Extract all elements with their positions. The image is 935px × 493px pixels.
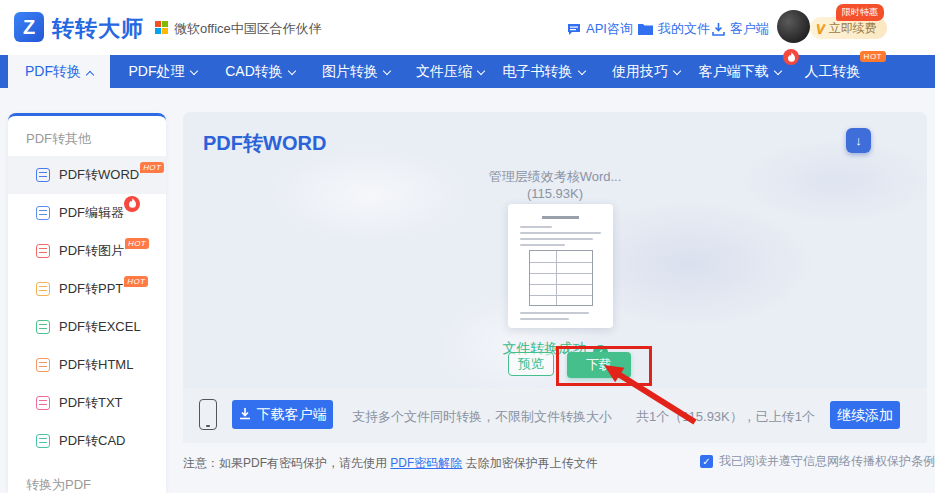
partner-text: 微软office中国区合作伙伴 [174,20,322,38]
html-file-icon [36,358,50,372]
thumbnail-table [529,250,593,306]
password-note: 注意：如果PDF有密码保护，请先使用 PDF密码解除 去除加密保护再上传文件 [183,455,598,472]
sidebar: PDF转其他 PDF转WORD HOT PDF编辑器 PDF转图片 HOT PD… [8,113,166,493]
txt-file-icon [36,396,50,410]
nav-tab-pdf-convert[interactable]: PDF转换 [8,55,110,88]
cad-file-icon [36,434,50,448]
client-label: 客户端 [730,20,769,38]
avatar[interactable] [777,10,810,43]
sidebar-item-label: PDF转图片 [59,242,124,260]
sidebar-item-label: PDF转CAD [59,432,125,450]
sidebar-item-pdf-to-excel[interactable]: PDF转EXCEL [8,308,166,346]
float-download-button[interactable]: ↓ [846,128,871,153]
preview-button[interactable]: 预览 [508,352,554,376]
sidebar-item-pdf-to-html[interactable]: PDF转HTML [8,346,166,384]
api-consult-label: API咨询 [586,20,633,38]
hot-badge: HOT [140,162,164,173]
fire-icon [124,196,140,212]
client-link[interactable]: 客户端 [712,20,769,38]
sidebar-item-pdf-to-word[interactable]: PDF转WORD HOT [8,156,166,194]
sidebar-section-convert-to-pdf: 转换为PDF [8,460,166,493]
chevron-down-icon [477,67,485,75]
nav-tab-pdf-process[interactable]: PDF处理 [120,55,205,88]
editor-icon [36,206,50,220]
my-files-link[interactable]: 我的文件 [638,20,710,38]
hot-badge: HOT [125,238,149,249]
download-icon [239,408,251,421]
sidebar-item-label: PDF编辑器 [59,204,124,222]
upload-count: 共1个（115.93K），已上传1个 [636,408,815,426]
page-title: PDF转WORD [203,130,326,157]
sidebar-item-pdf-to-txt[interactable]: PDF转TXT [8,384,166,422]
sidebar-item-pdf-editor[interactable]: PDF编辑器 [8,194,166,232]
chevron-down-icon [383,67,391,75]
nav-tab-image-convert[interactable]: 图片转换 [310,55,402,88]
chevron-down-icon [773,67,781,75]
app-window: Z 转转大师 微软office中国区合作伙伴 API咨询 我的文件 客户端 V … [0,0,935,493]
agreement-text: 我已阅读并遵守信息网络传播权保护条例 [719,453,935,470]
renew-label: 立即续费 [829,20,877,37]
nav-tab-manual-convert[interactable]: 人工转换 HOT [795,55,870,88]
chevron-down-icon [577,67,585,75]
chevron-up-icon [86,71,94,79]
nav-tab-cad-convert[interactable]: CAD转换 [215,55,305,88]
upload-bar: 下载客户端 支持多个文件同时转换，不限制文件转换大小 共1个（115.93K），… [183,388,927,443]
thumbnail-content [542,216,579,219]
brand-name[interactable]: 转转大师 [52,14,144,44]
nav-tab-label: PDF处理 [129,63,185,79]
phone-icon [199,399,217,430]
converter-panel: PDF转WORD ↓ 管理层绩效考核Word... (115.93K) 文件转换… [183,112,927,388]
brand-logo-icon[interactable]: Z [14,12,44,42]
nav-tab-label: 文件压缩 [416,63,472,79]
sidebar-item-pdf-to-image[interactable]: PDF转图片 HOT [8,232,166,270]
sidebar-item-label: PDF转EXCEL [59,318,141,336]
chat-icon [567,23,581,36]
note-prefix: 注意：如果PDF有密码保护，请先使用 [183,456,390,470]
file-size: (115.93K) [183,186,927,201]
chevron-down-icon [189,67,197,75]
vip-icon: V [816,21,825,36]
sidebar-item-label: PDF转HTML [59,356,133,374]
sidebar-item-pdf-to-cad[interactable]: PDF转CAD [8,422,166,460]
pdf-password-link[interactable]: PDF密码解除 [390,456,462,470]
ppt-file-icon [36,282,50,296]
microsoft-logo-icon [155,21,168,34]
sidebar-item-label: PDF转WORD [59,166,139,184]
nav-tab-label: 电子书转换 [503,63,573,79]
add-more-button[interactable]: 继续添加 [830,401,900,429]
header: Z 转转大师 微软office中国区合作伙伴 API咨询 我的文件 客户端 V … [0,0,935,55]
note-suffix: 去除加密保护再上传文件 [462,456,597,470]
nav-tab-label: PDF转换 [25,63,81,79]
conversion-status: 文件转换成功✓ [183,340,927,360]
nav-tab-label: 客户端下载 [699,63,769,79]
download-client-button[interactable]: 下载客户端 [232,400,333,429]
sidebar-section-pdf-to-other: PDF转其他 [8,116,166,156]
chevron-down-icon [288,67,296,75]
nav-tab-tips[interactable]: 使用技巧 [600,55,692,88]
sidebar-item-label: PDF转TXT [59,394,123,412]
download-button[interactable]: 下载 [567,352,631,378]
converted-file-thumbnail[interactable] [508,204,613,328]
nav-tab-ebook-convert[interactable]: 电子书转换 [495,55,592,88]
excel-file-icon [36,320,50,334]
nav-tab-label: CAD转换 [225,63,283,79]
chevron-down-icon [673,67,681,75]
download-icon: ↓ [855,133,862,148]
nav-tab-label: 使用技巧 [612,63,668,79]
nav-tab-client-download[interactable]: 客户端下载 [692,55,787,88]
image-file-icon [36,244,50,258]
hot-badge: HOT [860,51,886,62]
sidebar-item-label: PDF转PPT [59,280,123,298]
hot-badge: HOT [124,276,148,287]
main-nav: PDF转换 PDF处理 CAD转换 图片转换 文件压缩 电子书转换 使用技巧 客… [0,55,935,88]
download-client-label: 下载客户端 [257,406,327,424]
nav-tab-label: 人工转换 [805,63,861,79]
word-file-icon [36,168,50,182]
api-consult-link[interactable]: API咨询 [567,20,633,38]
file-name: 管理层绩效考核Word... [183,168,927,186]
sidebar-item-pdf-to-ppt[interactable]: PDF转PPT HOT [8,270,166,308]
nav-tab-file-compress[interactable]: 文件压缩 [405,55,495,88]
my-files-label: 我的文件 [658,20,710,38]
nav-tab-label: 图片转换 [322,63,378,79]
agreement-checkbox[interactable]: ✓ [700,455,713,468]
